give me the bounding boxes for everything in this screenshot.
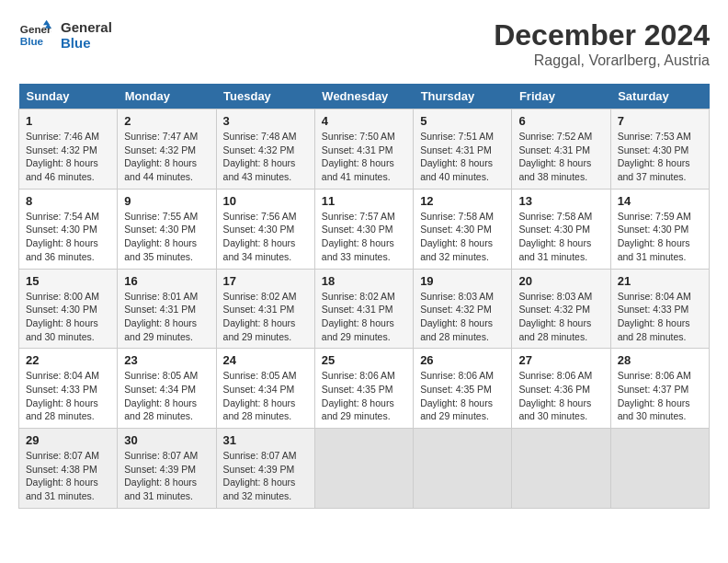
- day-info: Sunrise: 7:58 AM Sunset: 4:30 PM Dayligh…: [518, 210, 603, 264]
- day-info: Sunrise: 8:07 AM Sunset: 4:38 PM Dayligh…: [26, 449, 110, 503]
- day-number: 6: [518, 114, 603, 128]
- logo: General Blue General Blue: [18, 18, 112, 52]
- calendar-day-cell: 28Sunrise: 8:06 AM Sunset: 4:37 PM Dayli…: [610, 349, 709, 429]
- day-info: Sunrise: 8:03 AM Sunset: 4:32 PM Dayligh…: [518, 290, 603, 344]
- calendar-title: December 2024: [494, 18, 710, 52]
- calendar-body: 1Sunrise: 7:46 AM Sunset: 4:32 PM Daylig…: [19, 109, 710, 509]
- weekday-header-friday: Friday: [512, 84, 610, 109]
- calendar-header-row: SundayMondayTuesdayWednesdayThursdayFrid…: [19, 84, 710, 109]
- day-info: Sunrise: 8:07 AM Sunset: 4:39 PM Dayligh…: [124, 449, 209, 503]
- calendar-day-cell: 26Sunrise: 8:06 AM Sunset: 4:35 PM Dayli…: [414, 349, 512, 429]
- calendar-day-cell: [314, 429, 413, 509]
- calendar-day-cell: 4Sunrise: 7:50 AM Sunset: 4:31 PM Daylig…: [314, 109, 413, 190]
- day-number: 9: [124, 194, 209, 208]
- calendar-week-row: 29Sunrise: 8:07 AM Sunset: 4:38 PM Dayli…: [19, 429, 710, 509]
- day-number: 21: [618, 274, 702, 288]
- weekday-header-monday: Monday: [118, 84, 216, 109]
- calendar-day-cell: 30Sunrise: 8:07 AM Sunset: 4:39 PM Dayli…: [118, 429, 216, 509]
- calendar-day-cell: [512, 429, 610, 509]
- day-info: Sunrise: 8:02 AM Sunset: 4:31 PM Dayligh…: [223, 290, 308, 344]
- day-info: Sunrise: 7:53 AM Sunset: 4:30 PM Dayligh…: [618, 130, 702, 184]
- calendar-day-cell: 7Sunrise: 7:53 AM Sunset: 4:30 PM Daylig…: [610, 109, 709, 190]
- page-header: General Blue General Blue December 2024 …: [18, 18, 710, 69]
- weekday-header-saturday: Saturday: [610, 84, 709, 109]
- logo-icon: General Blue: [18, 18, 51, 52]
- day-info: Sunrise: 7:54 AM Sunset: 4:30 PM Dayligh…: [26, 210, 110, 264]
- logo-blue: Blue: [61, 35, 112, 51]
- day-info: Sunrise: 7:48 AM Sunset: 4:32 PM Dayligh…: [223, 130, 308, 184]
- day-number: 7: [618, 114, 702, 128]
- calendar-day-cell: 29Sunrise: 8:07 AM Sunset: 4:38 PM Dayli…: [19, 429, 118, 509]
- calendar-day-cell: 10Sunrise: 7:56 AM Sunset: 4:30 PM Dayli…: [216, 189, 314, 269]
- calendar-week-row: 1Sunrise: 7:46 AM Sunset: 4:32 PM Daylig…: [19, 109, 710, 190]
- weekday-header-tuesday: Tuesday: [216, 84, 314, 109]
- calendar-day-cell: 11Sunrise: 7:57 AM Sunset: 4:30 PM Dayli…: [314, 189, 413, 269]
- calendar-day-cell: 27Sunrise: 8:06 AM Sunset: 4:36 PM Dayli…: [512, 349, 610, 429]
- day-number: 30: [124, 433, 209, 447]
- calendar-day-cell: 6Sunrise: 7:52 AM Sunset: 4:31 PM Daylig…: [512, 109, 610, 190]
- calendar-day-cell: 12Sunrise: 7:58 AM Sunset: 4:30 PM Dayli…: [414, 189, 512, 269]
- day-info: Sunrise: 8:02 AM Sunset: 4:31 PM Dayligh…: [322, 290, 406, 344]
- day-number: 12: [420, 194, 505, 208]
- calendar-day-cell: 24Sunrise: 8:05 AM Sunset: 4:34 PM Dayli…: [216, 349, 314, 429]
- day-number: 15: [26, 274, 110, 288]
- calendar-day-cell: 23Sunrise: 8:05 AM Sunset: 4:34 PM Dayli…: [118, 349, 216, 429]
- calendar-day-cell: 21Sunrise: 8:04 AM Sunset: 4:33 PM Dayli…: [610, 269, 709, 349]
- calendar-day-cell: [610, 429, 709, 509]
- day-info: Sunrise: 7:47 AM Sunset: 4:32 PM Dayligh…: [124, 130, 209, 184]
- calendar-day-cell: 18Sunrise: 8:02 AM Sunset: 4:31 PM Dayli…: [314, 269, 413, 349]
- day-info: Sunrise: 7:52 AM Sunset: 4:31 PM Dayligh…: [518, 130, 603, 184]
- day-info: Sunrise: 7:58 AM Sunset: 4:30 PM Dayligh…: [420, 210, 505, 264]
- logo-general: General: [61, 19, 112, 35]
- weekday-header-sunday: Sunday: [19, 84, 118, 109]
- day-number: 25: [322, 353, 406, 367]
- svg-text:Blue: Blue: [20, 35, 44, 47]
- day-info: Sunrise: 8:04 AM Sunset: 4:33 PM Dayligh…: [618, 290, 702, 344]
- day-info: Sunrise: 8:06 AM Sunset: 4:36 PM Dayligh…: [518, 369, 603, 423]
- day-number: 13: [518, 194, 603, 208]
- calendar-day-cell: 1Sunrise: 7:46 AM Sunset: 4:32 PM Daylig…: [19, 109, 118, 190]
- day-number: 16: [124, 274, 209, 288]
- day-info: Sunrise: 8:06 AM Sunset: 4:35 PM Dayligh…: [420, 369, 505, 423]
- calendar-day-cell: [414, 429, 512, 509]
- calendar-day-cell: 17Sunrise: 8:02 AM Sunset: 4:31 PM Dayli…: [216, 269, 314, 349]
- day-number: 5: [420, 114, 505, 128]
- calendar-subtitle: Raggal, Vorarlberg, Austria: [494, 52, 710, 69]
- day-number: 1: [26, 114, 110, 128]
- day-info: Sunrise: 8:04 AM Sunset: 4:33 PM Dayligh…: [26, 369, 110, 423]
- calendar-day-cell: 15Sunrise: 8:00 AM Sunset: 4:30 PM Dayli…: [19, 269, 118, 349]
- day-info: Sunrise: 8:06 AM Sunset: 4:37 PM Dayligh…: [618, 369, 702, 423]
- day-info: Sunrise: 7:57 AM Sunset: 4:30 PM Dayligh…: [322, 210, 406, 264]
- day-info: Sunrise: 8:01 AM Sunset: 4:31 PM Dayligh…: [124, 290, 209, 344]
- calendar-day-cell: 19Sunrise: 8:03 AM Sunset: 4:32 PM Dayli…: [414, 269, 512, 349]
- day-info: Sunrise: 7:59 AM Sunset: 4:30 PM Dayligh…: [618, 210, 702, 264]
- calendar-day-cell: 13Sunrise: 7:58 AM Sunset: 4:30 PM Dayli…: [512, 189, 610, 269]
- calendar-week-row: 15Sunrise: 8:00 AM Sunset: 4:30 PM Dayli…: [19, 269, 710, 349]
- weekday-header-thursday: Thursday: [414, 84, 512, 109]
- day-number: 2: [124, 114, 209, 128]
- day-number: 14: [618, 194, 702, 208]
- day-number: 23: [124, 353, 209, 367]
- day-info: Sunrise: 7:56 AM Sunset: 4:30 PM Dayligh…: [223, 210, 308, 264]
- day-number: 22: [26, 353, 110, 367]
- day-number: 20: [518, 274, 603, 288]
- day-number: 27: [518, 353, 603, 367]
- day-number: 19: [420, 274, 505, 288]
- calendar-day-cell: 20Sunrise: 8:03 AM Sunset: 4:32 PM Dayli…: [512, 269, 610, 349]
- day-info: Sunrise: 8:06 AM Sunset: 4:35 PM Dayligh…: [322, 369, 406, 423]
- calendar-week-row: 8Sunrise: 7:54 AM Sunset: 4:30 PM Daylig…: [19, 189, 710, 269]
- calendar-day-cell: 25Sunrise: 8:06 AM Sunset: 4:35 PM Dayli…: [314, 349, 413, 429]
- day-info: Sunrise: 7:50 AM Sunset: 4:31 PM Dayligh…: [322, 130, 406, 184]
- day-number: 24: [223, 353, 308, 367]
- day-info: Sunrise: 7:51 AM Sunset: 4:31 PM Dayligh…: [420, 130, 505, 184]
- calendar-table: SundayMondayTuesdayWednesdayThursdayFrid…: [18, 84, 710, 509]
- day-info: Sunrise: 8:07 AM Sunset: 4:39 PM Dayligh…: [223, 449, 308, 503]
- title-block: December 2024 Raggal, Vorarlberg, Austri…: [494, 18, 710, 69]
- day-number: 31: [223, 433, 308, 447]
- day-number: 18: [322, 274, 406, 288]
- day-number: 29: [26, 433, 110, 447]
- day-info: Sunrise: 8:05 AM Sunset: 4:34 PM Dayligh…: [223, 369, 308, 423]
- calendar-day-cell: 9Sunrise: 7:55 AM Sunset: 4:30 PM Daylig…: [118, 189, 216, 269]
- day-number: 28: [618, 353, 702, 367]
- calendar-week-row: 22Sunrise: 8:04 AM Sunset: 4:33 PM Dayli…: [19, 349, 710, 429]
